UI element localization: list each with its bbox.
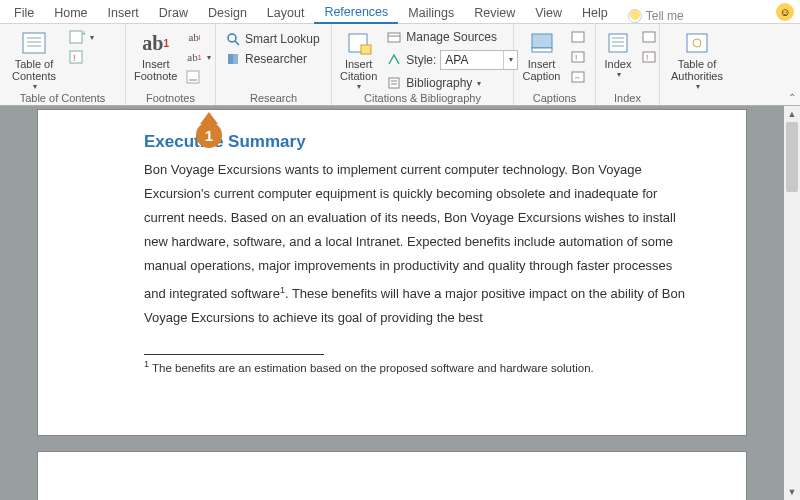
vertical-scrollbar[interactable]: ▲ ▼ [784, 106, 800, 500]
tab-strip: File Home Insert Draw Design Layout Refe… [0, 0, 800, 24]
tab-insert[interactable]: Insert [98, 4, 149, 23]
manage-sources-icon [386, 29, 402, 45]
scroll-track[interactable] [784, 122, 800, 484]
scroll-up-icon[interactable]: ▲ [784, 106, 800, 122]
smart-lookup-label: Smart Lookup [245, 32, 320, 46]
scroll-thumb[interactable] [786, 122, 798, 192]
document-area: Executive Summary Bon Voyage Excursions … [0, 106, 784, 500]
toa-icon [683, 30, 711, 56]
tab-help[interactable]: Help [572, 4, 618, 23]
tab-file[interactable]: File [4, 4, 44, 23]
svg-rect-13 [233, 54, 238, 64]
svg-rect-21 [532, 34, 552, 48]
mark-entry-button[interactable] [638, 28, 660, 46]
svg-text:↔: ↔ [574, 74, 581, 81]
svg-rect-4 [70, 31, 82, 43]
insert-caption-button[interactable]: Insert Caption [520, 28, 563, 82]
svg-rect-32 [643, 32, 655, 42]
group-toa: Table of Authorities ▾ [660, 24, 750, 105]
scroll-down-icon[interactable]: ▼ [784, 484, 800, 500]
toc-icon [20, 30, 48, 56]
svg-rect-8 [187, 71, 199, 83]
caption-icon [528, 30, 556, 56]
svg-point-10 [228, 34, 236, 42]
toa-button[interactable]: Table of Authorities ▾ [666, 28, 728, 91]
insert-citation-button[interactable]: Insert Citation ▾ [338, 28, 379, 91]
chevron-down-icon: ▾ [90, 33, 94, 42]
group-captions: Insert Caption ! ↔ Captions [514, 24, 596, 105]
tell-me-label: Tell me [646, 9, 684, 23]
group-research: Smart Lookup Researcher Research [216, 24, 332, 105]
svg-text:+: + [82, 30, 85, 37]
tab-layout[interactable]: Layout [257, 4, 315, 23]
toc-label: Table of Contents [12, 58, 56, 82]
next-footnote-icon: ab1 [186, 49, 202, 65]
chevron-down-icon: ▾ [207, 53, 211, 62]
update-table-button[interactable]: ! [66, 48, 97, 66]
toa-label: Table of Authorities [671, 58, 723, 82]
svg-text:!: ! [575, 53, 577, 62]
smart-lookup-button[interactable]: Smart Lookup [222, 30, 323, 48]
show-notes-icon [186, 69, 202, 85]
tab-home[interactable]: Home [44, 4, 97, 23]
style-selector[interactable]: Style: APA ▾ [383, 49, 521, 71]
group-footnotes-label: Footnotes [132, 92, 209, 105]
svg-rect-15 [361, 45, 371, 54]
update-icon: ! [570, 49, 586, 65]
mark-icon [641, 29, 657, 45]
group-citations-label: Citations & Bibliography [338, 92, 507, 105]
group-footnotes: ab1 Insert Footnote abi ab1▾ Footnotes [126, 24, 216, 105]
table-of-figures-button[interactable] [567, 28, 589, 46]
update-index-button[interactable]: ! [638, 48, 660, 66]
tab-references[interactable]: References [314, 3, 398, 24]
svg-rect-22 [532, 48, 552, 52]
svg-rect-33 [643, 52, 655, 62]
collapse-ribbon-icon[interactable]: ⌃ [788, 92, 796, 103]
group-index-label: Index [602, 92, 653, 105]
update-table-icon: ! [69, 49, 85, 65]
tell-me-search[interactable]: Tell me [618, 9, 684, 23]
index-icon [604, 30, 632, 56]
researcher-button[interactable]: Researcher [222, 50, 323, 68]
update-index-icon: ! [641, 49, 657, 65]
toc-button[interactable]: Table of Contents ▾ [6, 28, 62, 91]
insert-footnote-button[interactable]: ab1 Insert Footnote [132, 28, 179, 82]
book-icon [225, 51, 241, 67]
insert-endnote-button[interactable]: abi [183, 28, 214, 46]
bibliography-icon [386, 75, 402, 91]
style-dropdown[interactable]: APA ▾ [440, 50, 518, 70]
style-value: APA [441, 53, 502, 67]
chevron-down-icon: ▾ [33, 82, 37, 91]
svg-rect-16 [388, 33, 400, 42]
feedback-smiley-icon[interactable]: ☺ [776, 3, 794, 21]
tab-mailings[interactable]: Mailings [398, 4, 464, 23]
svg-rect-28 [609, 34, 627, 52]
index-label: Index [605, 58, 632, 70]
add-text-button[interactable]: +▾ [66, 28, 97, 46]
page-2[interactable] [38, 452, 746, 500]
body-text-1: Bon Voyage Excursions wants to implement… [144, 162, 676, 301]
tab-design[interactable]: Design [198, 4, 257, 23]
tab-review[interactable]: Review [464, 4, 525, 23]
manage-sources-button[interactable]: Manage Sources [383, 28, 521, 46]
chevron-down-icon: ▾ [357, 82, 361, 91]
update-figures-button[interactable]: ! [567, 48, 589, 66]
group-citations: Insert Citation ▾ Manage Sources Style: … [332, 24, 514, 105]
show-notes-button[interactable] [183, 68, 214, 86]
footnote-text: 1 The benefits are an estimation based o… [144, 359, 686, 374]
bibliography-button[interactable]: Bibliography ▾ [383, 74, 521, 92]
svg-rect-18 [389, 78, 399, 88]
footnote-body: The benefits are an estimation based on … [149, 362, 594, 374]
index-button[interactable]: Index ▾ [602, 28, 634, 79]
page-1[interactable]: Executive Summary Bon Voyage Excursions … [38, 110, 746, 435]
group-toc: Table of Contents ▾ +▾ ! Table of Conten… [0, 24, 126, 105]
tab-view[interactable]: View [525, 4, 572, 23]
svg-rect-35 [687, 34, 707, 52]
endnote-icon: abi [186, 29, 202, 45]
bulb-icon [628, 9, 642, 23]
svg-rect-23 [572, 32, 584, 42]
next-footnote-button[interactable]: ab1▾ [183, 48, 214, 66]
tab-draw[interactable]: Draw [149, 4, 198, 23]
insert-footnote-label: Insert Footnote [134, 58, 177, 82]
cross-reference-button[interactable]: ↔ [567, 68, 589, 86]
